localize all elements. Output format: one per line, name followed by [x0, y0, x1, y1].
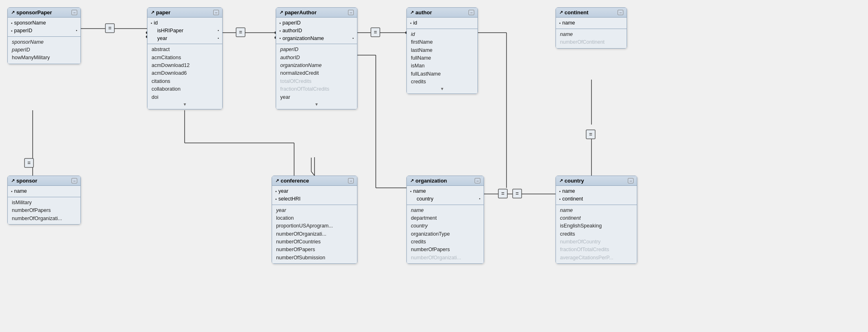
arrow-icon-sponsorPaper: ↗ [11, 10, 15, 15]
table-header-sponsorPaper[interactable]: ↗sponsorPaper– [8, 8, 80, 18]
scroll-indicator[interactable]: ▼ [410, 86, 474, 92]
title-text-country: country [565, 178, 584, 184]
fk-dot: ▪ [479, 196, 480, 201]
pk-field-name-paper-0: id [154, 19, 158, 27]
table-title-continent: ↗continent [559, 9, 589, 16]
table-title-sponsor: ↗sponsor [11, 178, 37, 184]
table-header-continent[interactable]: ↗continent– [556, 8, 627, 18]
pk-field-name-paper-2: year [157, 35, 167, 42]
table-header-author[interactable]: ↗author– [407, 8, 478, 18]
table-title-author: ↗author [410, 9, 432, 16]
table-organization: ↗organization–▪namecountry▪namedepartmen… [406, 176, 484, 264]
field-row-continent-0: name [559, 31, 623, 38]
field-row-paper-4: citations [151, 78, 219, 85]
field-row-conference-2: proportionUSAprogram... [275, 222, 354, 230]
arrow-icon-sponsor: ↗ [11, 178, 15, 183]
table-header-sponsor[interactable]: ↗sponsor– [8, 176, 80, 186]
svg-text:=: = [27, 160, 31, 166]
svg-text:=: = [239, 29, 242, 35]
pk-field-name-paperAuthor-2: organizationName [283, 35, 324, 42]
table-header-paper[interactable]: ↗paper– [147, 8, 222, 18]
svg-rect-30 [498, 189, 507, 198]
title-text-author: author [415, 9, 432, 16]
field-row-conference-4: numberOfCountries [275, 238, 354, 246]
pk-section-continent: ▪name [556, 18, 627, 29]
table-header-paperAuthor[interactable]: ↗paperAuthor– [276, 8, 357, 18]
svg-rect-37 [586, 130, 595, 139]
canvas: = = = = [0, 0, 868, 332]
field-row-sponsor-1: numberOfPapers [11, 207, 77, 214]
minimize-button-author[interactable]: – [469, 10, 474, 15]
minimize-button-organization[interactable]: – [475, 178, 480, 183]
fields-section-country: namecontinentisEnglishSpeakingcreditsnum… [556, 205, 637, 264]
minimize-button-continent[interactable]: – [618, 10, 623, 15]
arrow-icon-paper: ↗ [151, 10, 154, 15]
pk-row-organization-0: ▪name [410, 187, 480, 195]
pk-icon: ▪ [275, 196, 277, 202]
field-row-paperAuthor-4: totalOfCredits [279, 78, 354, 85]
field-row-country-3: credits [559, 230, 634, 238]
table-header-organization[interactable]: ↗organization– [407, 176, 484, 186]
pk-section-conference: ▪year▪selectHRI [272, 186, 357, 205]
arrow-icon-country: ↗ [559, 178, 563, 183]
pk-icon: ▪ [11, 188, 13, 194]
field-row-author-6: credits [410, 78, 474, 86]
pk-row-country-1: ▪continent [559, 195, 634, 203]
title-text-conference: conference [281, 178, 309, 184]
field-row-country-0: name [559, 207, 634, 214]
pk-row-sponsorPaper-1: ▪paperID▪ [11, 27, 77, 35]
minimize-button-sponsor[interactable]: – [71, 178, 77, 183]
pk-field-name-sponsor-0: name [14, 187, 27, 195]
pk-section-paper: ▪idisHRIPaper▪year▪ [147, 18, 222, 44]
field-row-paper-6: doi [151, 94, 219, 101]
minimize-button-country[interactable]: – [628, 178, 634, 183]
table-header-conference[interactable]: ↗conference– [272, 176, 357, 186]
pk-row-author-0: ▪id [410, 19, 474, 27]
fk-dot: ▪ [76, 28, 77, 33]
fields-section-conference: yearlocationproportionUSAprogram...numbe… [272, 205, 357, 264]
field-row-sponsor-0: isMilitary [11, 199, 77, 207]
field-row-organization-4: credits [410, 238, 480, 246]
field-row-sponsorPaper-1: paperID [11, 46, 77, 54]
pk-row-country-0: ▪name [559, 187, 634, 195]
title-text-paperAuthor: paperAuthor [285, 9, 317, 16]
title-text-organization: organization [415, 178, 447, 184]
arrow-icon-conference: ↗ [275, 178, 279, 183]
table-header-country[interactable]: ↗country– [556, 176, 637, 186]
pk-row-conference-0: ▪year [275, 187, 354, 195]
pk-section-sponsor: ▪name [8, 186, 80, 197]
table-title-paper: ↗paper [151, 9, 170, 16]
fields-section-paperAuthor: paperIDauthorIDorganizationNamenormalize… [276, 44, 357, 109]
pk-field-name-sponsorPaper-1: paperID [14, 27, 32, 35]
fk-dot: ▪ [218, 36, 219, 41]
arrow-icon-organization: ↗ [410, 178, 414, 183]
minimize-button-paperAuthor[interactable]: – [348, 10, 354, 15]
pk-row-paper-1: isHRIPaper▪ [151, 27, 219, 35]
pk-field-name-organization-1: country [417, 195, 433, 203]
table-title-sponsorPaper: ↗sponsorPaper [11, 9, 52, 16]
minimize-button-paper[interactable]: – [213, 10, 219, 15]
pk-row-conference-1: ▪selectHRI [275, 195, 354, 203]
scroll-indicator[interactable]: ▼ [279, 101, 354, 107]
pk-icon: ▪ [559, 196, 561, 202]
table-paper: ↗paper–▪idisHRIPaper▪year▪abstractacmCit… [147, 7, 223, 109]
pk-field-name-paperAuthor-0: paperID [283, 19, 301, 27]
field-row-conference-3: numberOfOrganizati... [275, 230, 354, 238]
field-row-paperAuthor-6: year [279, 94, 354, 101]
field-row-sponsorPaper-0: sponsorName [11, 38, 77, 46]
field-row-paperAuthor-5: fractionOfTotalCredits [279, 85, 354, 93]
field-row-paper-5: collaboration [151, 85, 219, 93]
pk-field-name-country-0: name [562, 187, 575, 195]
table-title-organization: ↗organization [410, 178, 447, 184]
field-row-country-6: averageCitationsPerP... [559, 254, 634, 262]
pk-icon: ▪ [559, 20, 561, 26]
minimize-button-sponsorPaper[interactable]: – [71, 10, 77, 15]
minimize-button-conference[interactable]: – [348, 178, 354, 183]
field-row-organization-5: numberOfPapers [410, 246, 480, 254]
svg-text:=: = [589, 131, 592, 137]
pk-field-name-author-0: id [413, 19, 417, 27]
pk-icon: ▪ [279, 20, 281, 26]
fields-section-continent: namenumberOfContinent [556, 29, 627, 48]
scroll-indicator[interactable]: ▼ [151, 101, 219, 107]
field-row-sponsor-2: numberOfOrganizati... [11, 215, 77, 223]
